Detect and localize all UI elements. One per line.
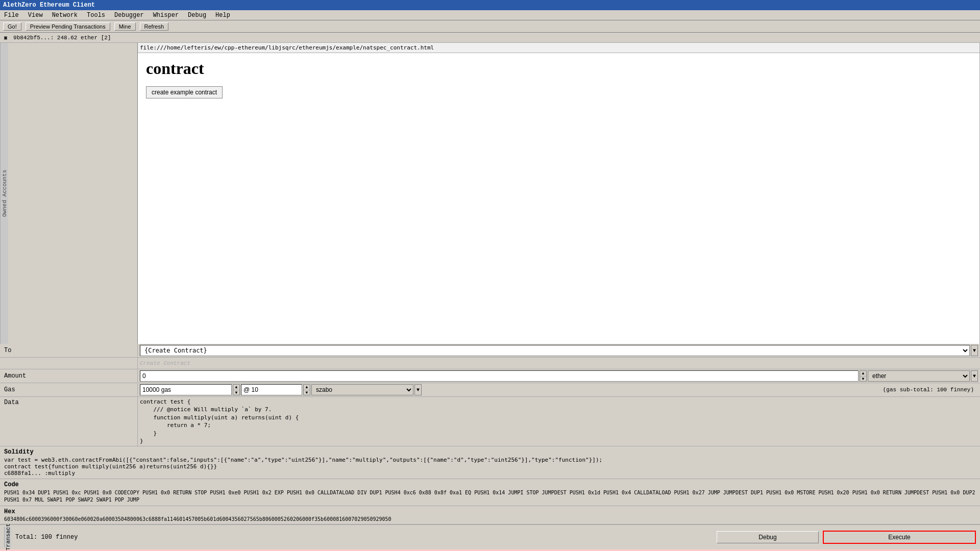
hex-section: Hex 6034806c6000396000f30060e060020a6000… — [0, 506, 980, 524]
hex-content: 6034806c6000396000f30060e060020a60003504… — [4, 516, 976, 522]
transaction-section: To {Create Contract} ▼ Create Contract A… — [0, 344, 980, 551]
data-content-area: contract test { /// @notice Will multipl… — [138, 397, 980, 446]
title-bar: AlethZero Ethereum Client — [0, 0, 980, 10]
hex-header: Hex — [4, 508, 976, 515]
transact-sidebar-label: Transact — [4, 527, 11, 547]
menu-debugger[interactable]: Debugger — [112, 11, 146, 19]
code-section: Code PUSH1 0x34 DUP1 PUSH1 0xc PUSH1 0x0… — [0, 479, 980, 506]
url-text: file:///home/lefteris/ew/cpp-ethereum/li… — [140, 44, 434, 51]
total-label: Total: 100 finney — [15, 534, 78, 541]
create-contract-button[interactable]: create example contract — [146, 86, 223, 98]
page-title: contract — [146, 59, 971, 78]
gas-input[interactable] — [140, 384, 232, 395]
amount-unit-arrow[interactable]: ▼ — [971, 370, 978, 382]
gas-at-input[interactable] — [241, 384, 302, 395]
code-header: Code — [4, 481, 976, 488]
data-label: Data — [0, 397, 138, 446]
menu-bar: File View Network Tools Debugger Whisper… — [0, 10, 980, 20]
menu-whisper[interactable]: Whisper — [151, 11, 181, 19]
to-dropdown-arrow[interactable]: ▼ — [971, 345, 978, 356]
account-icon: ▣ — [4, 35, 7, 41]
menu-tools[interactable]: Tools — [85, 11, 107, 19]
amount-unit-select[interactable]: ether — [868, 370, 970, 382]
gas-spinner[interactable]: ▲ ▼ — [233, 384, 240, 395]
solidity-line1: var test = web3.eth.contractFromAbi([{"c… — [4, 457, 976, 463]
menu-network[interactable]: Network — [50, 11, 80, 19]
amount-row: Amount ▲ ▼ ether ▼ — [0, 369, 980, 383]
go-button[interactable]: Go! — [3, 22, 21, 31]
menu-help[interactable]: Help — [213, 11, 232, 19]
gas-subtotal: (gas sub-total: 100 finney) — [883, 387, 978, 393]
create-contract-row: Create Contract — [0, 358, 980, 369]
execute-button[interactable]: Execute — [823, 531, 976, 544]
to-row: To {Create Contract} ▼ — [0, 344, 980, 358]
mine-button[interactable]: Mine — [114, 22, 136, 31]
data-row: Data contract test { /// @notice Will mu… — [0, 397, 980, 446]
gas-label: Gas — [0, 384, 138, 396]
bottom-action-row: Transact Total: 100 finney Debug Execute — [0, 524, 980, 549]
gas-row: Gas ▲ ▼ ▲ ▼ szabo ▼ (gas sub-total: 100 … — [0, 383, 980, 397]
debug-button[interactable]: Debug — [717, 531, 819, 543]
gas-at-spinner[interactable]: ▲ ▼ — [303, 384, 310, 395]
to-select[interactable]: {Create Contract} — [140, 345, 970, 356]
data-content: contract test { /// @notice Will multipl… — [140, 398, 978, 445]
amount-label: Amount — [0, 370, 138, 382]
main-layout: Owned Accounts file:///home/lefteris/ew/… — [0, 43, 980, 344]
preview-pending-button[interactable]: Preview Pending Transactions — [26, 22, 110, 31]
title-text: AlethZero Ethereum Client — [3, 2, 95, 9]
amount-spinner[interactable]: ▲ ▼ — [860, 370, 867, 382]
code-content: PUSH1 0x34 DUP1 PUSH1 0xc PUSH1 0x0 CODE… — [4, 489, 976, 504]
create-contract-placeholder: Create Contract — [140, 360, 190, 366]
to-label: To — [0, 344, 138, 357]
solidity-line2: contract test{function multiply(uint256 … — [4, 463, 976, 470]
solidity-header: Solidity — [4, 448, 976, 456]
gas-unit-select[interactable]: szabo — [311, 384, 413, 395]
toolbar: Go! Preview Pending Transactions Mine Re… — [0, 20, 980, 33]
to-field: {Create Contract} ▼ — [138, 344, 980, 357]
sidebar-content — [8, 43, 137, 344]
browser-area: file:///home/lefteris/ew/cpp-ethereum/li… — [138, 43, 980, 344]
browser-content: contract create example contract — [138, 53, 979, 344]
account-bar: ▣ 9b842bf5...: 248.62 ether [2] — [0, 33, 980, 43]
owned-accounts-label: Owned Accounts — [0, 43, 8, 344]
account-address: 9b842bf5...: 248.62 ether [2] — [13, 35, 111, 41]
solidity-line3: c6888fa1... :multiply — [4, 470, 976, 477]
sidebar: Owned Accounts — [0, 43, 138, 344]
solidity-section: Solidity var test = web3.eth.contractFro… — [0, 446, 980, 479]
menu-file[interactable]: File — [2, 11, 21, 19]
menu-debug[interactable]: Debug — [186, 11, 208, 19]
gas-unit-arrow[interactable]: ▼ — [414, 384, 422, 395]
amount-field: ▲ ▼ ether ▼ — [138, 369, 980, 383]
url-bar: file:///home/lefteris/ew/cpp-ethereum/li… — [138, 43, 979, 53]
refresh-button[interactable]: Refresh — [140, 22, 169, 31]
menu-view[interactable]: View — [26, 11, 45, 19]
gas-field: ▲ ▼ ▲ ▼ szabo ▼ (gas sub-total: 100 finn… — [138, 383, 980, 396]
amount-input[interactable] — [140, 370, 859, 382]
